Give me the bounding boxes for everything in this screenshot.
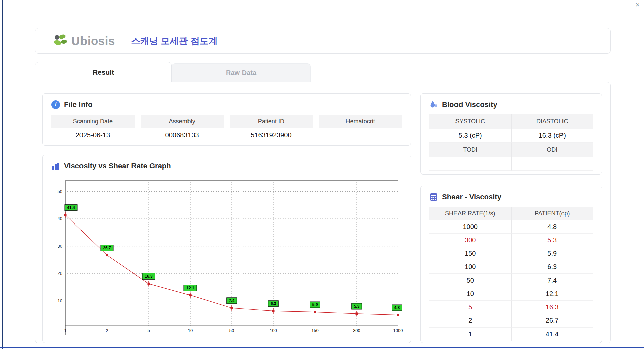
field-value [319, 128, 402, 142]
graph-header: Viscosity vs Shear Rate Graph [43, 155, 411, 170]
sv-patient-cell: 4.8 [512, 220, 593, 234]
app-header: Ubiosis 스캐닝 모세관 점도계 [35, 28, 611, 54]
svg-text:4.8: 4.8 [394, 305, 400, 310]
svg-text:10: 10 [58, 298, 62, 303]
sv-shear-cell: 1000 [429, 220, 512, 234]
field-value: 2025-06-13 [51, 128, 135, 142]
svg-text:50: 50 [229, 328, 234, 333]
svg-text:30: 30 [58, 244, 62, 249]
svg-text:5: 5 [147, 328, 150, 333]
sv-row: 507.4 [429, 274, 593, 287]
shear-viscosity-table: SHEAR RATE(1/s)PATIENT(cp)10004.83005.31… [429, 207, 593, 341]
svg-text:5.3: 5.3 [354, 304, 360, 309]
sv-row: 3005.3 [429, 234, 593, 247]
sv-row: 10004.8 [429, 220, 593, 234]
file-info-card: i File Info Scanning Date2025-06-13Assem… [42, 93, 411, 146]
svg-text:1: 1 [64, 328, 66, 333]
svg-text:100: 100 [270, 328, 277, 333]
tab-raw-data[interactable]: Raw Data [172, 63, 311, 82]
graph-title: Viscosity vs Shear Rate Graph [64, 162, 171, 170]
svg-text:6.3: 6.3 [271, 301, 276, 306]
svg-text:7.4: 7.4 [229, 298, 235, 303]
sv-shear-cell: 50 [429, 274, 512, 287]
bv-value-cell: – [429, 157, 512, 171]
sv-header-row: SHEAR RATE(1/s)PATIENT(cp) [429, 207, 593, 220]
bv-value-cell: 5.3 (cP) [429, 129, 512, 143]
fileinfo-field-patient-id: Patient ID51631923900 [230, 115, 313, 142]
tab-result[interactable]: Result [35, 62, 172, 82]
sv-patient-cell: 41.4 [512, 328, 593, 341]
sv-shear-cell: 2 [429, 314, 512, 328]
bv-header-cell: ODI [512, 143, 593, 157]
svg-text:40: 40 [58, 216, 62, 221]
blood-viscosity-header: Blood Viscosity [421, 94, 602, 109]
field-label: Assembly [141, 115, 224, 128]
field-label: Hematocrit [319, 115, 402, 128]
blood-viscosity-card: Blood Viscosity SYSTOLICDIASTOLIC5.3 (cP… [420, 93, 602, 174]
field-label: Scanning Date [51, 115, 135, 128]
close-icon[interactable]: × [635, 1, 640, 9]
info-icon: i [51, 100, 60, 109]
svg-text:10: 10 [188, 328, 193, 333]
file-info-fields: Scanning Date2025-06-13Assembly000683133… [43, 109, 411, 142]
sv-row: 1505.9 [429, 247, 593, 260]
field-value: 000683133 [141, 128, 224, 142]
water-drop-icon [429, 100, 438, 109]
ubiosis-leaf-icon [53, 34, 69, 48]
fileinfo-field-assembly: Assembly000683133 [141, 115, 224, 142]
sv-shear-cell: 10 [429, 287, 512, 301]
sv-row: 1012.1 [429, 287, 593, 301]
viscosity-chart: 10203040501251050100150300100041.426.716… [49, 179, 405, 340]
window-bottom-accent [0, 347, 644, 348]
window-left-accent [2, 0, 3, 349]
svg-text:41.4: 41.4 [67, 205, 75, 210]
svg-text:1000: 1000 [393, 328, 403, 333]
field-value: 51631923900 [230, 128, 313, 142]
shear-viscosity-title: Shear - Viscosity [442, 193, 501, 201]
sv-row: 226.7 [429, 314, 593, 328]
sv-row: 516.3 [429, 301, 593, 314]
bv-row: –– [429, 157, 593, 171]
sv-shear-cell: 150 [429, 247, 512, 260]
svg-text:16.3: 16.3 [145, 274, 153, 279]
sv-shear-cell: 100 [429, 260, 512, 274]
svg-text:150: 150 [311, 328, 319, 333]
svg-text:2: 2 [106, 328, 108, 333]
brand-logo: Ubiosis [53, 34, 115, 48]
sv-patient-cell: 5.3 [512, 234, 593, 247]
blood-viscosity-table: SYSTOLICDIASTOLIC5.3 (cP)16.3 (cP)TODIOD… [429, 114, 593, 171]
svg-text:12.1: 12.1 [186, 286, 194, 290]
blood-viscosity-title: Blood Viscosity [442, 100, 497, 109]
bv-value-cell: – [512, 157, 593, 171]
sv-patient-cell: 12.1 [512, 287, 593, 301]
bv-header-cell: DIASTOLIC [512, 114, 593, 129]
bv-row: 5.3 (cP)16.3 (cP) [429, 129, 593, 143]
file-info-title: File Info [64, 100, 92, 109]
tab-bar: Result Raw Data [35, 62, 311, 82]
sv-patient-cell: 6.3 [512, 260, 593, 274]
bv-row: TODIODI [429, 143, 593, 157]
bv-value-cell: 16.3 (cP) [512, 129, 593, 143]
brand-name: Ubiosis [71, 34, 115, 48]
svg-text:50: 50 [58, 189, 62, 194]
file-info-header: i File Info [43, 94, 411, 109]
shear-viscosity-card: Shear - Viscosity SHEAR RATE(1/s)PATIENT… [420, 186, 602, 343]
sv-patient-cell: 26.7 [512, 314, 593, 328]
sv-header-cell: SHEAR RATE(1/s) [429, 207, 512, 220]
result-panel: i File Info Scanning Date2025-06-13Assem… [35, 82, 611, 343]
sv-patient-cell: 16.3 [512, 301, 593, 314]
bv-header-cell: SYSTOLIC [429, 114, 512, 129]
shear-viscosity-header: Shear - Viscosity [421, 186, 602, 201]
sv-row: 141.4 [429, 328, 593, 341]
svg-text:20: 20 [58, 271, 62, 276]
field-label: Patient ID [230, 115, 313, 128]
sv-shear-cell: 1 [429, 328, 512, 341]
svg-text:300: 300 [353, 328, 360, 333]
graph-card: Viscosity vs Shear Rate Graph 1020304050… [42, 155, 411, 343]
bv-header-cell: TODI [429, 143, 512, 157]
sv-header-cell: PATIENT(cp) [512, 207, 593, 220]
svg-text:26.7: 26.7 [103, 246, 111, 250]
sv-patient-cell: 5.9 [512, 247, 593, 260]
sv-shear-cell: 300 [429, 234, 512, 247]
fileinfo-field-hematocrit: Hematocrit [319, 115, 402, 142]
